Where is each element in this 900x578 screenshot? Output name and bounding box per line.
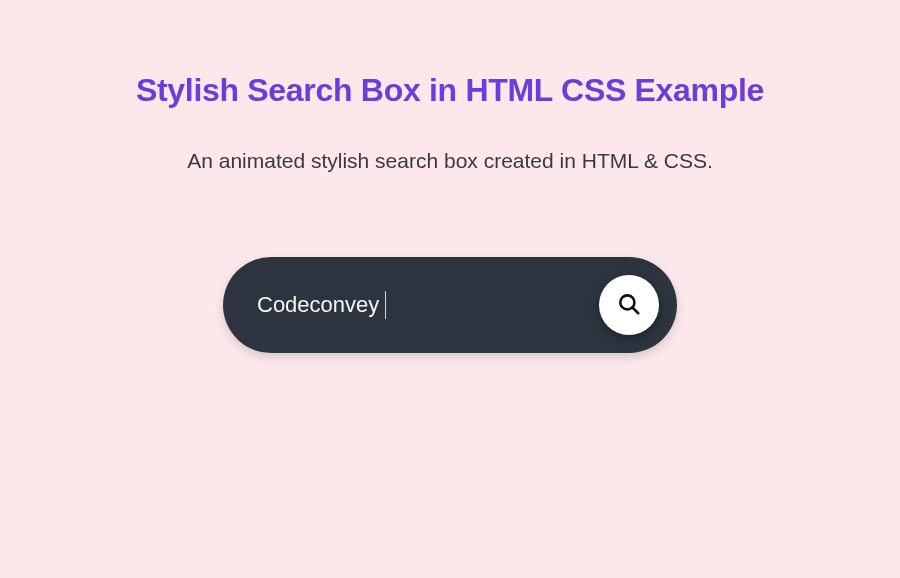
- search-button[interactable]: [599, 275, 659, 335]
- text-cursor: [385, 291, 386, 319]
- page-title: Stylish Search Box in HTML CSS Example: [136, 72, 764, 109]
- search-pill: Codeconvey: [223, 257, 677, 353]
- page-container: Stylish Search Box in HTML CSS Example A…: [0, 0, 900, 353]
- search-box: Codeconvey: [223, 257, 677, 353]
- search-icon: [616, 291, 642, 320]
- page-subtitle: An animated stylish search box created i…: [187, 149, 713, 173]
- search-input-text[interactable]: Codeconvey: [257, 292, 379, 318]
- svg-line-1: [632, 307, 638, 313]
